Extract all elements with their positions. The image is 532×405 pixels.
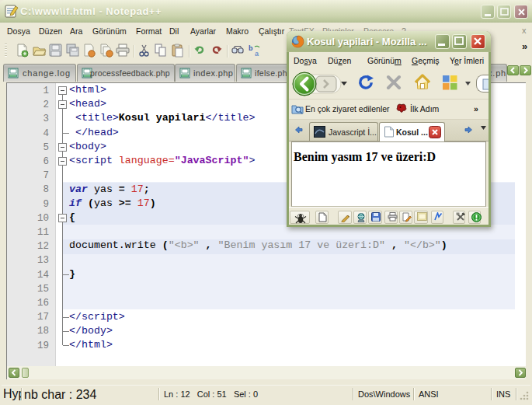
svg-text:a: a [255, 50, 259, 57]
svg-text:b: b [249, 44, 253, 52]
